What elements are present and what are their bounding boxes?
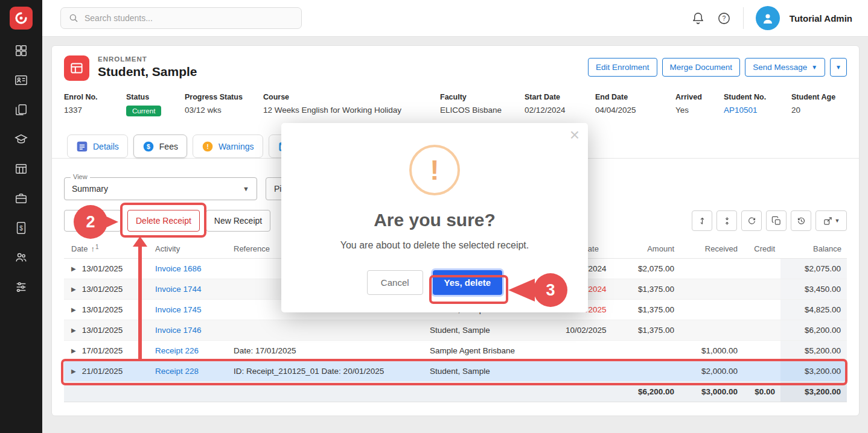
reference-cell: ID: Receipt_210125_01 Date: 20/01/2025 — [230, 361, 426, 381]
column-activity[interactable]: Activity — [152, 239, 230, 258]
info-value: 12 Weeks English for Working Holiday — [263, 106, 440, 115]
expand-all-button[interactable] — [692, 210, 712, 231]
amount-cell: $1,375.00 — [616, 279, 680, 299]
history-icon — [796, 216, 806, 226]
new-receipt-button[interactable]: New Receipt — [206, 210, 270, 232]
header-text: ENROLMENT Student, Sample — [98, 55, 197, 79]
search-icon — [68, 13, 79, 24]
close-icon[interactable]: × — [570, 127, 579, 144]
tab-warnings[interactable]: ! Warnings — [193, 134, 263, 158]
info-label: Course — [263, 93, 440, 101]
received-cell — [680, 300, 743, 320]
tab-details[interactable]: Details — [67, 134, 128, 158]
total-amount: $6,200.00 — [616, 382, 680, 402]
row-expand-icon[interactable]: ▶ — [71, 347, 76, 354]
header-actions: Edit Enrolment Merge Document Send Messa… — [588, 55, 847, 77]
copy-button[interactable] — [766, 210, 787, 231]
sliders-icon[interactable] — [14, 280, 28, 294]
table-totals-row: $6,200.00 $3,000.00 $0.00 $3,200.00 — [64, 382, 847, 402]
export-button[interactable]: ▼ — [815, 210, 847, 231]
info-value: 1337 — [64, 106, 126, 115]
activity-link[interactable]: Invoice 1744 — [152, 279, 230, 299]
date-cell: ▶13/01/2025 — [64, 259, 152, 279]
balance-cell: $2,075.00 — [780, 259, 847, 279]
warning-icon: ! — [202, 141, 214, 153]
page-title: Student, Sample — [98, 65, 197, 79]
activity-link[interactable]: Invoice 1746 — [152, 320, 230, 340]
courses-icon[interactable] — [14, 133, 28, 146]
cancel-button[interactable]: Cancel — [367, 270, 423, 295]
sidebar-nav: $ — [14, 44, 28, 294]
send-message-button[interactable]: Send Message▼ — [745, 58, 825, 77]
column-balance[interactable]: Balance — [780, 239, 847, 258]
topbar-divider — [743, 7, 744, 29]
column-credit[interactable]: Credit — [743, 239, 780, 258]
amount-cell — [616, 341, 680, 361]
row-expand-icon[interactable]: ▶ — [71, 327, 76, 333]
edit-enrolment-button[interactable]: Edit Enrolment — [588, 58, 657, 77]
table-row[interactable]: ▶13/01/2025 Invoice 1746 Student, Sample… — [64, 320, 847, 341]
due-date-cell: 10/02/2025 — [562, 320, 616, 340]
row-expand-icon[interactable]: ▶ — [71, 265, 76, 272]
search-box[interactable] — [60, 7, 302, 29]
activity-link[interactable]: Receipt 228 — [152, 361, 230, 381]
community-icon[interactable] — [14, 251, 28, 264]
info-value: 04/04/2025 — [595, 106, 675, 115]
tables-icon[interactable] — [14, 162, 28, 175]
partially-hidden-button[interactable] — [64, 210, 121, 232]
column-amount[interactable]: Amount — [616, 239, 680, 258]
received-cell — [680, 320, 743, 340]
yes-delete-button[interactable]: Yes, delete — [433, 270, 503, 295]
documents-icon[interactable] — [14, 103, 28, 116]
credit-cell — [743, 341, 780, 361]
collapse-all-button[interactable] — [716, 210, 737, 231]
row-expand-icon[interactable]: ▶ — [71, 286, 76, 292]
notifications-bell-icon[interactable] — [691, 11, 705, 25]
column-received[interactable]: Received — [680, 239, 743, 258]
activity-link[interactable]: Invoice 1686 — [152, 259, 230, 279]
row-expand-icon[interactable]: ▶ — [71, 368, 76, 375]
info-value: Yes — [675, 106, 724, 115]
tab-fees-label: Fees — [159, 142, 178, 151]
dashboard-icon[interactable] — [14, 44, 28, 57]
help-icon[interactable]: ? — [717, 11, 731, 25]
activity-link[interactable]: Invoice 1745 — [152, 300, 230, 320]
info-label: Arrived — [675, 93, 724, 101]
history-button[interactable] — [791, 210, 811, 231]
credit-cell — [743, 279, 780, 299]
briefcase-icon[interactable] — [14, 192, 28, 205]
amount-cell: $1,375.00 — [616, 300, 680, 320]
table-row[interactable]: ▶17/01/2025 Receipt 226 Date: 17/01/2025… — [64, 341, 847, 361]
view-select[interactable]: View Summary ▼ — [64, 177, 257, 200]
table-row[interactable]: ▶21/01/2025 Receipt 228 ID: Receipt_2101… — [64, 361, 847, 382]
date-cell: ▶21/01/2025 — [64, 361, 152, 381]
total-received: $3,000.00 — [680, 382, 743, 402]
table-toolbar: ▼ — [692, 210, 847, 231]
info-field: Start Date 02/12/2024 — [525, 93, 595, 116]
column-date[interactable]: Date ↑ 1 — [64, 239, 152, 258]
received-cell: $1,000.00 — [680, 341, 743, 361]
app-logo[interactable] — [10, 7, 33, 30]
row-expand-icon[interactable]: ▶ — [71, 306, 76, 313]
info-value: 03/12 wks — [185, 106, 263, 115]
info-label: Student Age — [791, 93, 847, 101]
topbar: ? Tutorial Admin — [42, 0, 868, 37]
avatar[interactable] — [756, 6, 780, 30]
refresh-button[interactable] — [741, 210, 762, 231]
activity-link[interactable]: Receipt 226 — [152, 341, 230, 361]
more-actions-button[interactable]: ▼ — [830, 58, 847, 77]
sort-asc-icon: ↑ — [91, 244, 95, 253]
contacts-icon[interactable] — [14, 74, 28, 87]
svg-text:?: ? — [722, 14, 726, 22]
info-value: Current — [126, 106, 185, 116]
info-value[interactable]: AP10501 — [724, 106, 791, 115]
date-cell: ▶17/01/2025 — [64, 341, 152, 361]
delete-receipt-button[interactable]: Delete Receipt — [127, 210, 200, 232]
tab-fees[interactable]: $ Fees — [133, 134, 187, 158]
invoices-icon[interactable]: $ — [14, 221, 28, 235]
info-field: Progress Status 03/12 wks — [185, 93, 263, 116]
amount-cell: $2,075.00 — [616, 259, 680, 279]
search-input[interactable] — [85, 13, 294, 23]
merge-document-button[interactable]: Merge Document — [662, 58, 741, 77]
enrolment-icon — [64, 55, 89, 81]
